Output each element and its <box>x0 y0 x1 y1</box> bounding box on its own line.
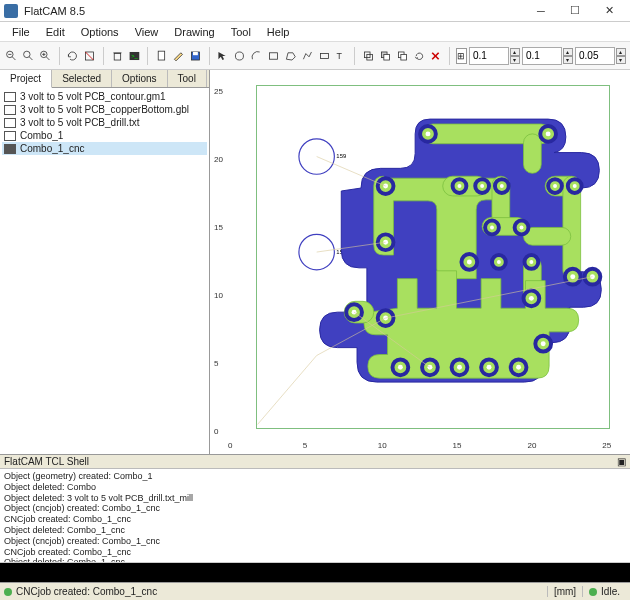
tree-item-label: 3 volt to 5 volt PCB_copperBottom.gbl <box>20 104 189 115</box>
tab-project[interactable]: Project <box>0 70 52 88</box>
svg-line-10 <box>86 51 94 59</box>
clear-plot-icon[interactable] <box>82 45 97 67</box>
tab-options[interactable]: Options <box>112 70 167 87</box>
drill-icon <box>4 118 16 128</box>
rect2-icon[interactable] <box>317 45 332 67</box>
svg-point-71 <box>458 184 462 188</box>
y-tick: 20 <box>214 155 223 164</box>
status-message: CNCjob created: Combo_1_cnc <box>16 586 157 597</box>
zoom-out-icon[interactable] <box>4 45 19 67</box>
menu-bar: File Edit Options View Drawing Tool Help <box>0 22 630 42</box>
svg-rect-15 <box>158 51 164 60</box>
rotate-icon[interactable] <box>412 45 427 67</box>
zoom-in-icon[interactable] <box>38 45 53 67</box>
close-button[interactable]: ✕ <box>592 1 626 21</box>
menu-help[interactable]: Help <box>259 24 298 40</box>
svg-point-70 <box>425 131 430 136</box>
tree-item-label: 3 volt to 5 volt PCB_drill.txt <box>20 117 140 128</box>
svg-rect-41 <box>524 227 571 245</box>
menu-options[interactable]: Options <box>73 24 127 40</box>
tab-selected[interactable]: Selected <box>52 70 112 87</box>
new-icon[interactable] <box>154 45 169 67</box>
spin-up[interactable]: ▴ <box>563 48 573 56</box>
replot-icon[interactable] <box>65 45 80 67</box>
circle-icon[interactable] <box>232 45 247 67</box>
svg-rect-27 <box>401 54 407 60</box>
gerber-icon <box>4 131 16 141</box>
svg-point-92 <box>516 365 521 370</box>
svg-point-82 <box>529 260 533 264</box>
svg-rect-35 <box>524 134 542 173</box>
maximize-button[interactable]: ☐ <box>558 1 592 21</box>
edit-geometry-icon[interactable] <box>171 45 186 67</box>
arc-icon[interactable] <box>249 45 264 67</box>
cnc-icon <box>4 144 16 154</box>
shell-icon[interactable]: >_ <box>127 45 142 67</box>
svg-line-94 <box>258 356 317 425</box>
delete-shape-icon[interactable] <box>428 45 443 67</box>
console-title: FlatCAM TCL Shell <box>4 456 89 467</box>
svg-rect-19 <box>269 52 277 58</box>
text-icon[interactable]: T <box>333 45 348 67</box>
polygon-icon[interactable] <box>283 45 298 67</box>
spin-down[interactable]: ▾ <box>616 56 626 64</box>
title-bar: FlatCAM 8.5 ─ ☐ ✕ <box>0 0 630 22</box>
svg-point-87 <box>529 296 534 301</box>
svg-point-85 <box>570 274 575 279</box>
y-tick: 15 <box>214 223 223 232</box>
cut-path-icon[interactable] <box>378 45 393 67</box>
menu-tool[interactable]: Tool <box>223 24 259 40</box>
status-state: Idle. <box>601 586 620 597</box>
tree-item[interactable]: Combo_1_cnc <box>2 142 207 155</box>
svg-point-3 <box>23 51 29 57</box>
svg-point-76 <box>573 184 577 188</box>
tab-tool[interactable]: Tool <box>168 70 207 87</box>
grid-x-input[interactable] <box>469 47 509 65</box>
delete-icon[interactable] <box>110 45 125 67</box>
menu-file[interactable]: File <box>4 24 38 40</box>
tcl-shell: FlatCAM TCL Shell ▣ Object (geometry) cr… <box>0 454 630 582</box>
tree-item[interactable]: Combo_1 <box>2 129 207 142</box>
svg-point-18 <box>236 51 244 59</box>
console-output[interactable]: Object (geometry) created: Combo_1 Objec… <box>0 469 630 562</box>
tree-item-label: Combo_1 <box>20 130 63 141</box>
spin-down[interactable]: ▾ <box>563 56 573 64</box>
tree-item[interactable]: 3 volt to 5 volt PCB_copperBottom.gbl <box>2 103 207 116</box>
snap-input[interactable] <box>575 47 615 65</box>
tree-item[interactable]: 3 volt to 5 volt PCB_contour.gm1 <box>2 90 207 103</box>
copy-icon[interactable] <box>395 45 410 67</box>
status-dot-icon <box>4 588 12 596</box>
menu-view[interactable]: View <box>127 24 167 40</box>
plot-canvas[interactable]: 0 5 10 15 20 25 0 5 10 15 20 25 159 152 <box>210 70 630 454</box>
svg-rect-17 <box>193 51 198 54</box>
y-tick: 5 <box>214 359 218 368</box>
menu-drawing[interactable]: Drawing <box>166 24 222 40</box>
rectangle-icon[interactable] <box>266 45 281 67</box>
svg-line-4 <box>29 56 32 59</box>
gerber-icon <box>4 105 16 115</box>
svg-text:159: 159 <box>336 154 346 160</box>
svg-rect-20 <box>320 53 328 58</box>
save-icon[interactable] <box>188 45 203 67</box>
menu-edit[interactable]: Edit <box>38 24 73 40</box>
minimize-button[interactable]: ─ <box>524 1 558 21</box>
console-dock-icon[interactable]: ▣ <box>617 456 626 467</box>
svg-point-74 <box>546 131 551 136</box>
path-icon[interactable] <box>300 45 315 67</box>
spin-up[interactable]: ▴ <box>510 48 520 56</box>
zoom-fit-icon[interactable] <box>21 45 36 67</box>
grid-toggle-icon[interactable]: ⊞ <box>456 48 467 64</box>
project-tree[interactable]: 3 volt to 5 volt PCB_contour.gm13 volt t… <box>0 88 209 454</box>
select-icon[interactable] <box>215 45 230 67</box>
svg-point-79 <box>520 225 524 229</box>
svg-point-83 <box>352 310 357 315</box>
spin-up[interactable]: ▴ <box>616 48 626 56</box>
y-tick: 0 <box>214 427 218 436</box>
tree-item[interactable]: 3 volt to 5 volt PCB_drill.txt <box>2 116 207 129</box>
union-icon[interactable] <box>361 45 376 67</box>
main-area: Project Selected Options Tool 3 volt to … <box>0 70 630 454</box>
spin-down[interactable]: ▾ <box>510 56 520 64</box>
grid-y-input[interactable] <box>522 47 562 65</box>
svg-point-31 <box>299 234 334 269</box>
console-input[interactable] <box>0 562 630 582</box>
